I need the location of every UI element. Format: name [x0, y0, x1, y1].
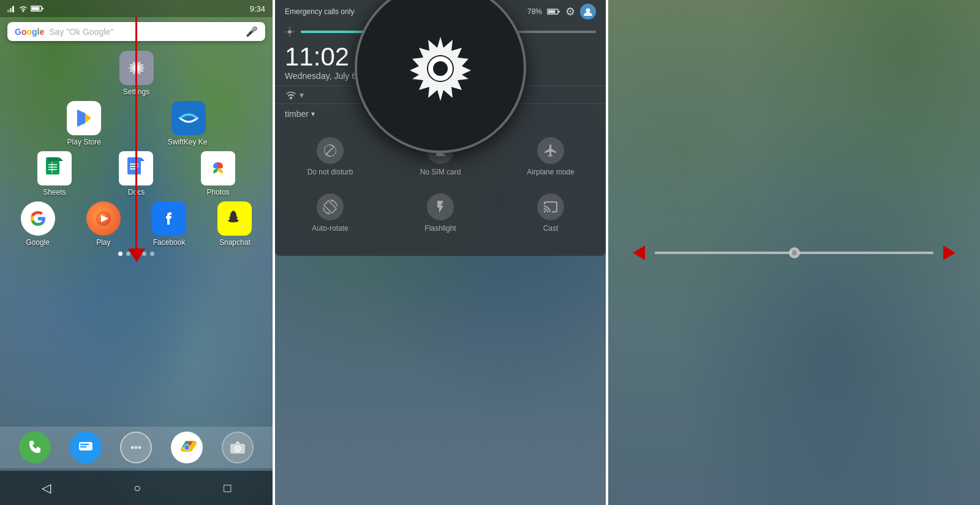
sheets-logo-icon: [43, 156, 66, 181]
svg-marker-13: [77, 110, 85, 127]
dot-1[interactable]: [118, 252, 123, 256]
network-name: timber: [285, 109, 309, 119]
rotate-icon: [323, 200, 337, 214]
svg-marker-12: [85, 113, 91, 123]
flashlight-app-icon: [433, 200, 448, 214]
shade-settings-icon[interactable]: ⚙: [565, 5, 575, 18]
app-play[interactable]: Play: [75, 201, 131, 247]
mic-icon[interactable]: 🎤: [246, 26, 258, 37]
home-button[interactable]: ○: [129, 476, 146, 500]
app-facebook[interactable]: Facebook: [141, 201, 197, 247]
dot-5[interactable]: [150, 252, 154, 256]
airplane-icon: [537, 137, 564, 164]
brightness-sun-icon: [404, 31, 477, 104]
svg-rect-15: [48, 157, 58, 161]
sheets-icon: [37, 151, 72, 185]
tile-cast[interactable]: Cast: [496, 185, 606, 241]
back-button[interactable]: ◁: [37, 476, 56, 500]
svg-point-3: [23, 10, 24, 12]
playstore-logo-icon: [73, 107, 95, 129]
svg-rect-32: [80, 446, 86, 447]
svg-marker-16: [59, 157, 63, 161]
svg-point-45: [437, 65, 444, 72]
messages-app-icon: [77, 439, 94, 456]
cast-label: Cast: [543, 224, 559, 233]
chrome-icon: [171, 432, 203, 463]
tile-flashlight[interactable]: Flashlight: [385, 185, 496, 241]
h-brightness-track[interactable]: [655, 252, 933, 254]
launcher-app-icon: [127, 439, 145, 456]
google-logo-icon: [29, 209, 47, 228]
svg-point-39: [184, 445, 189, 450]
svg-rect-5: [42, 8, 44, 10]
svg-rect-31: [80, 444, 89, 445]
auto-rotate-icon: [317, 193, 344, 220]
svg-rect-2: [12, 6, 14, 12]
messages-icon: [70, 432, 102, 463]
app-google[interactable]: Google: [10, 201, 66, 247]
slider-gear-icon: [790, 249, 799, 257]
snapchat-icon: [217, 201, 252, 236]
recents-button[interactable]: □: [219, 476, 236, 500]
brightness-slider-row: [608, 245, 980, 260]
brightness-arrow-right: [943, 245, 956, 260]
notification-shade-screen: Emergency calls only 78% ⚙: [275, 0, 606, 505]
google-label: Google: [26, 238, 50, 247]
dock-messages[interactable]: [70, 432, 102, 463]
camera-icon: [222, 432, 254, 463]
network-expand-icon[interactable]: ▾: [311, 110, 315, 118]
signal-icon: [7, 5, 16, 12]
camera-app-icon: [229, 439, 246, 456]
status-icons: [7, 5, 44, 12]
phone-app-icon: [26, 439, 43, 456]
swiftkey-label: SwiftKey Ke.: [168, 138, 209, 146]
svg-rect-6: [32, 7, 40, 10]
shade-avatar[interactable]: [580, 4, 596, 20]
nosim-label: No SIM card: [420, 168, 461, 176]
svg-point-34: [135, 446, 138, 449]
dock-launcher[interactable]: [120, 432, 152, 463]
app-snapchat[interactable]: Snapchat: [207, 201, 263, 247]
snapchat-label: Snapchat: [219, 238, 251, 247]
tile-auto-rotate[interactable]: Auto-rotate: [275, 185, 385, 241]
tile-do-not-disturb[interactable]: Do not disturb: [275, 129, 385, 185]
cast-icon: [537, 193, 564, 220]
arrow-head: [128, 249, 145, 262]
app-photos[interactable]: Photos: [182, 151, 254, 196]
svg-rect-47: [559, 11, 560, 13]
h-brightness-thumb[interactable]: [789, 247, 800, 258]
svg-point-55: [290, 97, 292, 99]
app-playstore[interactable]: Play Store: [37, 101, 132, 146]
app-swiftkey[interactable]: SwiftKey Ke.: [141, 101, 236, 146]
flashlight-label: Flashlight: [424, 224, 456, 233]
app-sheets[interactable]: Sheets: [18, 151, 91, 196]
sheets-label: Sheets: [43, 188, 66, 196]
dock-camera[interactable]: [222, 432, 254, 463]
photos-icon: [201, 151, 235, 185]
svg-rect-1: [10, 8, 12, 12]
dock: [0, 427, 273, 468]
arrow-line: [135, 17, 137, 250]
svg-rect-0: [7, 10, 9, 12]
red-arrow: [128, 0, 145, 262]
dock-phone[interactable]: [19, 432, 51, 463]
facebook-icon: [152, 201, 186, 236]
facebook-label: Facebook: [153, 238, 186, 247]
battery-level: 78%: [527, 7, 542, 16]
brightness-slider-screen: [608, 0, 980, 505]
playstore-icon: [67, 101, 101, 135]
brightness-arrow-left: [633, 245, 645, 260]
do-not-disturb-icon: [317, 137, 344, 164]
airplane-mode-icon: [543, 143, 558, 158]
dnd-label: Do not disturb: [307, 168, 353, 176]
tile-airplane[interactable]: Airplane mode: [496, 129, 606, 185]
swiftkey-logo-icon: [178, 110, 200, 127]
right-arrow-shape: [943, 245, 956, 260]
dock-chrome[interactable]: [171, 432, 203, 463]
emergency-text: Emergency calls only: [285, 7, 354, 16]
svg-rect-48: [548, 10, 556, 13]
airplane-label: Airplane mode: [527, 168, 574, 176]
shade-status-right: 78% ⚙: [527, 4, 596, 20]
wifi-expand-icon[interactable]: ▾: [300, 90, 304, 100]
photos-label: Photos: [206, 188, 229, 196]
